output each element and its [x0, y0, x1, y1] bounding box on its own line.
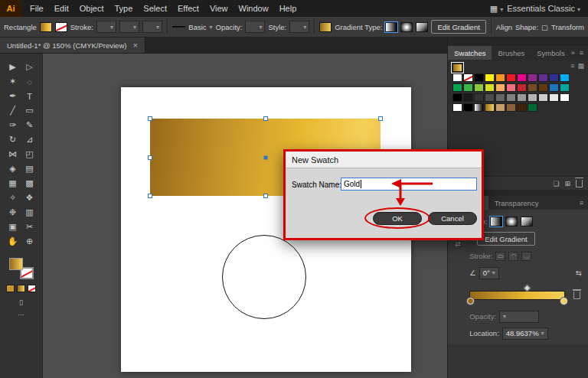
selection-handle[interactable] — [148, 155, 152, 160]
selection-handle[interactable] — [148, 116, 152, 121]
gradient-stop-left[interactable] — [467, 298, 474, 305]
linear-gradient-button[interactable] — [490, 217, 502, 226]
swatch-color[interactable] — [463, 83, 473, 92]
drawing-mode-icon[interactable]: ▯ — [19, 298, 23, 306]
swatch-color[interactable] — [506, 73, 516, 82]
menu-file[interactable]: File — [24, 4, 49, 13]
document-tab[interactable]: Untitled-1* @ 150% (CMYK/Preview) × — [0, 37, 145, 53]
tool-type[interactable]: T — [21, 89, 38, 103]
tab-symbols[interactable]: Symbols — [531, 46, 570, 60]
tool-rotate[interactable]: ↻ — [5, 132, 21, 147]
tool-shape-builder[interactable]: ◈ — [5, 161, 21, 176]
thumbnail-view-icon[interactable]: ▦ — [577, 62, 584, 70]
cancel-button[interactable]: Cancel — [428, 212, 477, 225]
tool-artboard[interactable]: ▣ — [5, 220, 21, 234]
linear-gradient-button[interactable] — [385, 22, 397, 32]
tool-zoom[interactable]: ⊕ — [21, 234, 38, 249]
swatch-color[interactable] — [474, 73, 484, 82]
swatch-color[interactable] — [538, 93, 548, 102]
swatch-color[interactable] — [560, 93, 570, 102]
swatch-color[interactable] — [549, 83, 559, 92]
list-view-icon[interactable]: ≡ — [570, 62, 574, 70]
swatch-color[interactable] — [495, 73, 505, 82]
swatch-color[interactable] — [528, 73, 537, 82]
variable-width-dropdown[interactable]: ▾ — [119, 21, 139, 33]
new-color-group-icon[interactable]: ❏ — [553, 180, 559, 187]
angle-dropdown[interactable]: 0°▾ — [479, 267, 499, 279]
panel-menu-icon[interactable]: ≡ — [580, 49, 583, 57]
edit-gradient-button[interactable]: Edit Gradient — [477, 232, 534, 246]
shape-icon[interactable]: ▢ — [541, 23, 548, 31]
swatch-gray-gradient[interactable] — [474, 103, 484, 112]
ok-button[interactable]: OK — [373, 212, 422, 225]
tool-lasso[interactable]: ◌ — [21, 74, 38, 89]
fill-stroke-proxy[interactable] — [9, 258, 34, 279]
color-mode-button[interactable] — [6, 285, 15, 292]
opacity-dropdown[interactable]: ▾ — [245, 21, 265, 33]
swatch-color[interactable] — [528, 103, 537, 112]
swatch-color[interactable] — [528, 83, 537, 92]
none-mode-button[interactable] — [28, 285, 36, 292]
swatch-color[interactable] — [506, 93, 516, 102]
radial-gradient-button[interactable] — [400, 22, 413, 32]
swatch-color[interactable] — [495, 103, 505, 112]
brush-definition-dropdown[interactable]: ▾ — [142, 21, 162, 33]
align-label[interactable]: Align — [496, 23, 512, 31]
fill-proxy-swatch[interactable] — [9, 258, 23, 270]
stroke-swatch[interactable] — [55, 22, 67, 32]
delete-stop-icon[interactable] — [573, 292, 580, 299]
tab-swatches[interactable]: Swatches — [448, 46, 492, 60]
graphic-style-value[interactable]: Basic — [188, 23, 206, 31]
tool-magic-wand[interactable]: ✶ — [5, 74, 21, 89]
edit-gradient-button[interactable]: Edit Gradient — [431, 20, 485, 34]
tool-perspective-grid[interactable]: ▤ — [21, 161, 38, 176]
stroke-along-icon[interactable]: ◠ — [508, 252, 518, 261]
opacity-dropdown[interactable]: ▾ — [499, 311, 539, 323]
tool-selection[interactable]: ▶ — [5, 60, 21, 74]
menu-type[interactable]: Type — [109, 4, 139, 13]
workspace-switcher[interactable]: Essentials Classic ▾ — [507, 4, 580, 13]
tool-slice[interactable]: ✂ — [21, 220, 38, 234]
tool-free-transform[interactable]: ◰ — [21, 147, 38, 161]
tool-line-segment[interactable]: ╱ — [5, 103, 21, 118]
new-swatch-icon[interactable]: ⊞ — [564, 180, 570, 187]
swatch-color[interactable] — [495, 83, 505, 92]
gradient-slider[interactable] — [469, 291, 565, 300]
swatch-color[interactable] — [474, 93, 484, 102]
menu-edit[interactable]: Edit — [49, 4, 74, 13]
swatch-color[interactable] — [495, 93, 505, 102]
swatch-color[interactable] — [538, 73, 548, 82]
close-tab-icon[interactable]: × — [132, 41, 137, 50]
tab-brushes[interactable]: Brushes — [492, 46, 531, 60]
tool-paintbrush[interactable]: ✑ — [5, 118, 21, 132]
stroke-weight-dropdown[interactable]: ▾ — [96, 21, 116, 33]
menu-view[interactable]: View — [204, 4, 234, 13]
tool-width[interactable]: ⋈ — [5, 147, 21, 161]
style-dropdown[interactable]: ▾ — [289, 21, 309, 33]
swap-fill-stroke-icon[interactable]: ⇄ — [455, 240, 461, 248]
panel-menu-icon[interactable]: ≡ — [580, 199, 583, 207]
radial-gradient-button[interactable] — [505, 217, 518, 226]
screen-mode-icon[interactable]: … — [18, 309, 24, 317]
selection-handle[interactable] — [263, 194, 268, 198]
swatch-color[interactable] — [560, 73, 570, 82]
swatch-color[interactable] — [517, 83, 527, 92]
tool-scale[interactable]: ⊿ — [21, 132, 38, 147]
delete-swatch-icon[interactable] — [576, 180, 583, 187]
swatch-color[interactable] — [485, 93, 495, 102]
swatch-color[interactable] — [452, 73, 462, 82]
tool-direct-selection[interactable]: ▷ — [21, 60, 38, 74]
swatch-color[interactable] — [485, 83, 495, 92]
location-dropdown[interactable]: 48.9637%▾ — [502, 327, 548, 340]
gradient-mode-button[interactable] — [17, 285, 25, 292]
menu-window[interactable]: Window — [234, 4, 274, 13]
collapse-panel-icon[interactable]: » — [571, 49, 575, 57]
reverse-gradient-icon[interactable]: ⇆ — [576, 269, 582, 277]
workspace-grid-icon[interactable]: ▦ ▾ — [490, 4, 503, 14]
swatch-color[interactable] — [506, 83, 516, 92]
selection-handle[interactable] — [378, 116, 383, 121]
swatch-color[interactable] — [463, 93, 473, 102]
menu-object[interactable]: Object — [74, 4, 109, 13]
swatch-name-input[interactable]: Gold — [341, 178, 477, 191]
style-caret-icon[interactable]: ▾ — [210, 24, 213, 31]
